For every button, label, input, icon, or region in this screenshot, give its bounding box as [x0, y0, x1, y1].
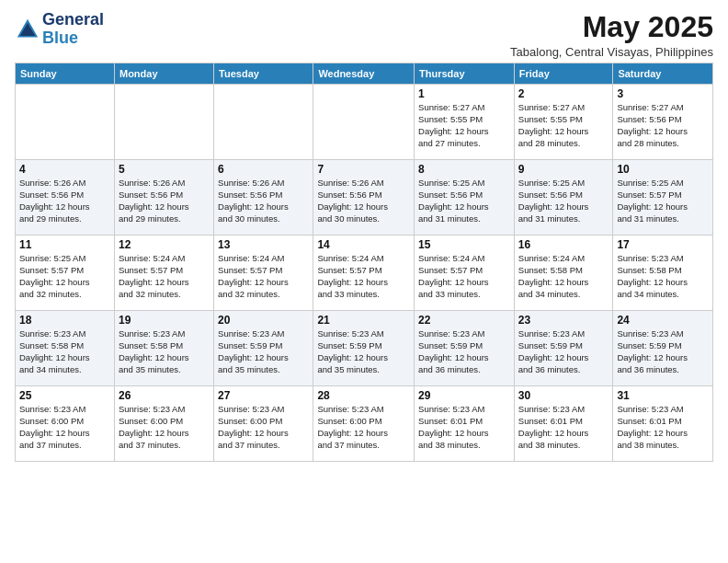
day-number: 14: [317, 238, 410, 251]
col-friday: Friday: [514, 63, 613, 85]
table-row: 28Sunrise: 5:23 AM Sunset: 6:00 PM Dayli…: [313, 386, 415, 462]
table-row: 21Sunrise: 5:23 AM Sunset: 5:59 PM Dayli…: [313, 311, 415, 386]
day-number: 19: [119, 314, 210, 327]
logo-icon: [15, 17, 40, 42]
day-info: Sunrise: 5:25 AM Sunset: 5:56 PM Dayligh…: [418, 178, 510, 224]
day-number: 23: [518, 314, 609, 327]
logo-blue: Blue: [42, 29, 78, 47]
col-saturday: Saturday: [613, 63, 713, 85]
table-row: 24Sunrise: 5:23 AM Sunset: 5:59 PM Dayli…: [613, 311, 713, 386]
table-row: 10Sunrise: 5:25 AM Sunset: 5:57 PM Dayli…: [613, 160, 713, 236]
day-info: Sunrise: 5:24 AM Sunset: 5:57 PM Dayligh…: [119, 253, 210, 300]
col-monday: Monday: [114, 63, 213, 85]
day-number: 21: [317, 314, 410, 327]
day-info: Sunrise: 5:23 AM Sunset: 5:59 PM Dayligh…: [418, 328, 510, 375]
day-info: Sunrise: 5:26 AM Sunset: 5:56 PM Dayligh…: [317, 178, 410, 224]
day-info: Sunrise: 5:23 AM Sunset: 6:01 PM Dayligh…: [617, 404, 709, 451]
table-row: 29Sunrise: 5:23 AM Sunset: 6:01 PM Dayli…: [415, 386, 515, 462]
day-info: Sunrise: 5:26 AM Sunset: 5:56 PM Dayligh…: [218, 178, 309, 224]
day-number: 26: [119, 389, 210, 402]
day-number: 28: [317, 389, 410, 402]
table-row: 3Sunrise: 5:27 AM Sunset: 5:56 PM Daylig…: [613, 85, 713, 160]
day-number: 18: [19, 314, 110, 327]
day-info: Sunrise: 5:23 AM Sunset: 6:01 PM Dayligh…: [418, 404, 510, 451]
day-number: 10: [617, 163, 709, 176]
logo-general: General: [42, 10, 104, 29]
table-row: 25Sunrise: 5:23 AM Sunset: 6:00 PM Dayli…: [16, 386, 115, 462]
table-row: 23Sunrise: 5:23 AM Sunset: 5:59 PM Dayli…: [514, 311, 613, 386]
day-info: Sunrise: 5:24 AM Sunset: 5:58 PM Dayligh…: [518, 253, 609, 300]
calendar-week-5: 25Sunrise: 5:23 AM Sunset: 6:00 PM Dayli…: [16, 386, 713, 462]
table-row: [114, 85, 213, 160]
table-row: 7Sunrise: 5:26 AM Sunset: 5:56 PM Daylig…: [313, 160, 415, 236]
calendar-header-row: Sunday Monday Tuesday Wednesday Thursday…: [16, 63, 713, 85]
calendar-table: Sunday Monday Tuesday Wednesday Thursday…: [15, 63, 713, 462]
day-number: 4: [19, 163, 110, 176]
table-row: 31Sunrise: 5:23 AM Sunset: 6:01 PM Dayli…: [613, 386, 713, 462]
logo-text: General Blue: [42, 11, 104, 48]
logo: General Blue: [15, 11, 104, 48]
day-info: Sunrise: 5:23 AM Sunset: 5:59 PM Dayligh…: [617, 328, 709, 375]
day-number: 13: [218, 238, 309, 251]
day-number: 29: [418, 389, 510, 402]
day-info: Sunrise: 5:23 AM Sunset: 6:00 PM Dayligh…: [218, 404, 309, 451]
day-info: Sunrise: 5:25 AM Sunset: 5:56 PM Dayligh…: [518, 178, 609, 224]
table-row: 20Sunrise: 5:23 AM Sunset: 5:59 PM Dayli…: [214, 311, 313, 386]
day-info: Sunrise: 5:26 AM Sunset: 5:56 PM Dayligh…: [19, 178, 110, 224]
table-row: 5Sunrise: 5:26 AM Sunset: 5:56 PM Daylig…: [114, 160, 213, 236]
day-number: 17: [617, 238, 709, 251]
table-row: 26Sunrise: 5:23 AM Sunset: 6:00 PM Dayli…: [114, 386, 213, 462]
calendar-week-4: 18Sunrise: 5:23 AM Sunset: 5:58 PM Dayli…: [16, 311, 713, 386]
day-number: 2: [518, 87, 609, 100]
table-row: 27Sunrise: 5:23 AM Sunset: 6:00 PM Dayli…: [214, 386, 313, 462]
calendar-week-1: 1Sunrise: 5:27 AM Sunset: 5:55 PM Daylig…: [16, 85, 713, 160]
day-number: 11: [19, 238, 110, 251]
day-info: Sunrise: 5:23 AM Sunset: 5:58 PM Dayligh…: [119, 328, 210, 375]
month-title: May 2025: [510, 11, 713, 43]
day-number: 9: [518, 163, 609, 176]
day-number: 8: [418, 163, 510, 176]
table-row: 15Sunrise: 5:24 AM Sunset: 5:57 PM Dayli…: [415, 236, 515, 311]
header: General Blue May 2025 Tabalong, Central …: [15, 11, 713, 59]
day-info: Sunrise: 5:25 AM Sunset: 5:57 PM Dayligh…: [19, 253, 110, 300]
table-row: 14Sunrise: 5:24 AM Sunset: 5:57 PM Dayli…: [313, 236, 415, 311]
day-info: Sunrise: 5:27 AM Sunset: 5:55 PM Dayligh…: [518, 102, 609, 149]
day-info: Sunrise: 5:25 AM Sunset: 5:57 PM Dayligh…: [617, 178, 709, 224]
calendar-week-2: 4Sunrise: 5:26 AM Sunset: 5:56 PM Daylig…: [16, 160, 713, 236]
day-number: 1: [418, 87, 510, 100]
col-tuesday: Tuesday: [214, 63, 313, 85]
calendar-week-3: 11Sunrise: 5:25 AM Sunset: 5:57 PM Dayli…: [16, 236, 713, 311]
col-thursday: Thursday: [415, 63, 515, 85]
day-info: Sunrise: 5:23 AM Sunset: 5:59 PM Dayligh…: [518, 328, 609, 375]
table-row: 4Sunrise: 5:26 AM Sunset: 5:56 PM Daylig…: [16, 160, 115, 236]
table-row: 1Sunrise: 5:27 AM Sunset: 5:55 PM Daylig…: [415, 85, 515, 160]
table-row: 19Sunrise: 5:23 AM Sunset: 5:58 PM Dayli…: [114, 311, 213, 386]
col-wednesday: Wednesday: [313, 63, 415, 85]
day-number: 7: [317, 163, 410, 176]
table-row: 13Sunrise: 5:24 AM Sunset: 5:57 PM Dayli…: [214, 236, 313, 311]
page-container: General Blue May 2025 Tabalong, Central …: [0, 0, 728, 469]
col-sunday: Sunday: [16, 63, 115, 85]
table-row: [16, 85, 115, 160]
table-row: 16Sunrise: 5:24 AM Sunset: 5:58 PM Dayli…: [514, 236, 613, 311]
day-info: Sunrise: 5:26 AM Sunset: 5:56 PM Dayligh…: [119, 178, 210, 224]
day-info: Sunrise: 5:24 AM Sunset: 5:57 PM Dayligh…: [317, 253, 410, 300]
table-row: 6Sunrise: 5:26 AM Sunset: 5:56 PM Daylig…: [214, 160, 313, 236]
day-info: Sunrise: 5:23 AM Sunset: 6:01 PM Dayligh…: [518, 404, 609, 451]
day-number: 5: [119, 163, 210, 176]
day-number: 16: [518, 238, 609, 251]
day-number: 3: [617, 87, 709, 100]
day-number: 12: [119, 238, 210, 251]
table-row: 12Sunrise: 5:24 AM Sunset: 5:57 PM Dayli…: [114, 236, 213, 311]
table-row: 11Sunrise: 5:25 AM Sunset: 5:57 PM Dayli…: [16, 236, 115, 311]
table-row: 22Sunrise: 5:23 AM Sunset: 5:59 PM Dayli…: [415, 311, 515, 386]
day-number: 31: [617, 389, 709, 402]
title-block: May 2025 Tabalong, Central Visayas, Phil…: [510, 11, 713, 59]
day-info: Sunrise: 5:24 AM Sunset: 5:57 PM Dayligh…: [418, 253, 510, 300]
day-info: Sunrise: 5:23 AM Sunset: 5:59 PM Dayligh…: [317, 328, 410, 375]
day-info: Sunrise: 5:27 AM Sunset: 5:56 PM Dayligh…: [617, 102, 709, 149]
table-row: 9Sunrise: 5:25 AM Sunset: 5:56 PM Daylig…: [514, 160, 613, 236]
day-number: 22: [418, 314, 510, 327]
day-number: 30: [518, 389, 609, 402]
day-info: Sunrise: 5:24 AM Sunset: 5:57 PM Dayligh…: [218, 253, 309, 300]
